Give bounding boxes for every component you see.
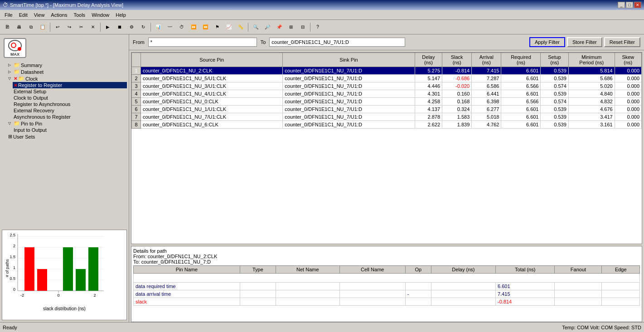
tb-grid[interactable]: ⊞ — [286, 22, 296, 33]
table-row[interactable]: 4 counter_0/DFN1E1C1_NU_4/U1:CLK counter… — [132, 90, 642, 98]
det-col-edge[interactable]: Edge — [602, 266, 640, 274]
row-source: counter_0/DFN1E1C1_NU_4/U1:CLK — [141, 90, 283, 98]
sidebar-label-ext-rec: External Recovery — [14, 108, 54, 113]
close-button[interactable]: ✕ — [634, 2, 641, 8]
sidebar-item-ext-recovery[interactable]: External Recovery — [13, 107, 127, 114]
table-row[interactable]: 3 counter_0/DFN1E1C1_NU_3/U1:CLK counter… — [132, 82, 642, 90]
col-setup[interactable]: Setup(ns) — [541, 53, 568, 67]
tb-flag[interactable]: ⚑ — [212, 22, 223, 33]
tb-delete[interactable]: ✕ — [87, 22, 98, 33]
col-source-pin[interactable]: Source Pin — [141, 53, 283, 67]
det-col-type[interactable]: Type — [240, 266, 276, 274]
col-delay[interactable]: Delay(ns) — [415, 53, 442, 67]
right-panel: From To Apply Filter Store Filter Reset … — [129, 34, 644, 322]
tb-settings[interactable]: ⚙ — [126, 22, 137, 33]
table-row[interactable]: 8 counter_0/DFN1E1C1_NU_6:CLK counter_0/… — [132, 121, 642, 129]
table-row[interactable]: 7 counter_0/DFN1E1C1_NU_7/U1:CLK counter… — [132, 113, 642, 121]
det-col-total[interactable]: Total (ns) — [496, 266, 555, 274]
col-skew[interactable]: Skew(ns) — [615, 53, 641, 67]
tb-cut[interactable]: ✂ — [76, 22, 87, 33]
row-required: 6.601 — [501, 90, 541, 98]
sidebar-item-pin-to-pin[interactable]: ▽ 📁 Pin to Pin — [7, 120, 127, 127]
tb-wave2[interactable]: 📈 — [223, 22, 234, 33]
logo: MAX — [4, 38, 26, 58]
tb-analyze[interactable]: 📊 — [153, 22, 164, 33]
tb-new[interactable]: 🖹 — [2, 22, 13, 33]
to-input[interactable] — [269, 38, 405, 47]
tb-timing[interactable]: ⏱ — [176, 22, 187, 33]
sidebar-item-reg-to-async[interactable]: Register to Asynchronous — [13, 101, 127, 107]
sidebar-label-rtr: Register to Register — [18, 82, 62, 88]
details-header-line2: From: counter_0/DFN1C1_NU_2:CLK — [133, 254, 640, 259]
sidebar-item-external-setup[interactable]: External Setup — [13, 88, 127, 95]
det-col-pin-name[interactable]: Pin Name — [134, 266, 240, 274]
tb-sep-2 — [100, 23, 101, 32]
sidebar-item-summary[interactable]: ▷ 📁 Summary — [7, 62, 127, 68]
svg-rect-16 — [63, 247, 73, 291]
minimize-button[interactable]: _ — [618, 2, 625, 8]
col-arrival[interactable]: Arrival(ns) — [472, 53, 501, 67]
table-row[interactable]: 1 counter_0/DFN1C1_NU_2:CLK counter_0/DF… — [132, 67, 642, 75]
det-col-cell-name[interactable]: Cell Name — [339, 266, 405, 274]
tb-help[interactable]: ? — [312, 22, 323, 33]
table-row[interactable]: 6 counter_0/DFN1E1C1_NU_1/U1:CLK counter… — [132, 106, 642, 113]
maximize-button[interactable]: □ — [626, 2, 633, 8]
tb-zoom-out[interactable]: 🔎 — [262, 22, 273, 33]
menu-view[interactable]: View — [31, 11, 48, 19]
tb-redo[interactable]: ↪ — [64, 22, 75, 33]
sidebar-item-clock[interactable]: ▽ ✕ 📁 Clock — [7, 75, 127, 82]
menu-edit[interactable]: Edit — [16, 11, 30, 19]
tb-pin[interactable]: 📌 — [274, 22, 285, 33]
data-arr-label: data arrival time — [134, 290, 240, 298]
tb-back[interactable]: ⏪ — [200, 22, 211, 33]
sidebar-item-clock-to-output[interactable]: Clock to Output — [13, 95, 127, 101]
det-col-fanout[interactable]: Fanout — [555, 266, 602, 274]
apply-filter-button[interactable]: Apply Filter — [529, 37, 565, 47]
sidebar-item-async-to-reg[interactable]: Asynchronous to Register — [13, 114, 127, 120]
sidebar-item-register-to-register[interactable]: ✕ Register to Register — [13, 82, 127, 88]
data-arr-cell — [339, 290, 405, 298]
table-row[interactable]: 5 counter_0/DFN1E1C1_NU_0:CLK counter_0/… — [132, 98, 642, 106]
tb-paste[interactable]: 📋 — [37, 22, 48, 33]
store-filter-button[interactable]: Store Filter — [567, 37, 602, 47]
sidebar-item-input-to-output[interactable]: Input to Output — [13, 127, 127, 133]
menu-tools[interactable]: Tools — [71, 11, 88, 19]
row-arrival: 6.586 — [472, 82, 501, 90]
tb-stop[interactable]: ⏹ — [114, 22, 125, 33]
tb-extra[interactable]: ⊟ — [297, 22, 308, 33]
title-bar: ⏱ SmartTime [top *] - [Maximum Delay Ana… — [0, 0, 644, 10]
col-sink-pin[interactable]: Sink Pin — [283, 53, 415, 67]
tb-undo[interactable]: ↩ — [52, 22, 63, 33]
tb-copy[interactable]: ⧉ — [25, 22, 36, 33]
tb-waveform[interactable]: 〰 — [165, 22, 175, 33]
tb-play[interactable]: ▶ — [102, 22, 113, 33]
tb-print[interactable]: 🖶 — [14, 22, 24, 33]
from-input[interactable] — [148, 38, 257, 47]
tb-measure[interactable]: 📏 — [235, 22, 246, 33]
sidebar-item-datasheet[interactable]: ▷ 📁 Datasheet — [7, 68, 127, 75]
data-arr-edge — [602, 290, 640, 298]
menu-actions[interactable]: Actions — [48, 11, 70, 19]
tb-refresh[interactable]: ↻ — [138, 22, 149, 33]
det-col-net-name[interactable]: Net Name — [276, 266, 339, 274]
det-col-delay[interactable]: Delay (ns) — [431, 266, 495, 274]
data-req-net — [276, 283, 339, 290]
table-row[interactable]: 2 counter_0/DFN1E1C1_NU_5/U1:CLK counter… — [132, 75, 642, 82]
col-min-period[interactable]: MinimumPeriod (ns) — [568, 53, 615, 67]
row-required: 6.601 — [501, 113, 541, 121]
row-arrival: 5.018 — [472, 113, 501, 121]
menu-file[interactable]: File — [2, 11, 15, 19]
sidebar-item-user-sets[interactable]: ⊞ User Sets — [7, 133, 127, 140]
col-required[interactable]: Required(ns) — [501, 53, 541, 67]
reset-filter-button[interactable]: Reset Filter — [604, 37, 640, 47]
svg-rect-14 — [37, 269, 47, 291]
menu-help[interactable]: Help — [113, 11, 129, 19]
sidebar-label-ext-setup: External Setup — [14, 89, 46, 94]
row-slack: 1.839 — [442, 121, 472, 129]
tb-zoom-in[interactable]: 🔍 — [250, 22, 261, 33]
det-col-op[interactable]: Op — [405, 266, 431, 274]
svg-rect-17 — [76, 269, 86, 291]
tb-forward[interactable]: ⏩ — [188, 22, 199, 33]
col-slack[interactable]: Slack(ns) — [442, 53, 472, 67]
menu-window[interactable]: Window — [89, 11, 112, 19]
